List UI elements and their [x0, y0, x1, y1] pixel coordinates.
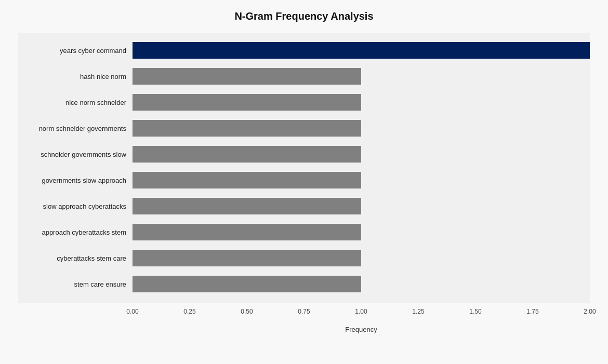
- bar-track: [133, 198, 590, 214]
- x-axis-labels: 0.000.250.500.751.001.251.501.752.00: [133, 306, 590, 321]
- chart-title: N-Gram Frequency Analysis: [18, 10, 590, 22]
- x-tick-label: 0.75: [298, 308, 310, 315]
- x-tick-label: 0.50: [241, 308, 253, 315]
- bar-label: governments slow approach: [18, 177, 133, 184]
- bar-fill: [133, 250, 361, 266]
- bar-track: [133, 120, 590, 137]
- bar-fill: [133, 94, 361, 111]
- bar-row: years cyber command: [18, 38, 590, 63]
- x-axis-title: Frequency: [18, 326, 590, 333]
- bar-track: [133, 250, 590, 266]
- chart-area: years cyber commandhash nice normnice no…: [18, 33, 590, 303]
- bar-label: slow approach cyberattacks: [18, 203, 133, 210]
- bar-row: stem care ensure: [18, 272, 590, 296]
- bar-row: nice norm schneider: [18, 90, 590, 115]
- x-tick-label: 0.25: [183, 308, 195, 315]
- bar-row: approach cyberattacks stem: [18, 220, 590, 245]
- x-tick-label: 1.50: [469, 308, 481, 315]
- bar-fill: [133, 198, 361, 214]
- bar-row: governments slow approach: [18, 168, 590, 193]
- bar-row: hash nice norm: [18, 64, 590, 89]
- bar-label: hash nice norm: [18, 73, 133, 80]
- x-tick-label: 0.00: [126, 308, 138, 315]
- bar-label: norm schneider governments: [18, 125, 133, 132]
- x-tick-label: 2.00: [584, 308, 596, 315]
- bar-track: [133, 94, 590, 111]
- bar-label: schneider governments slow: [18, 151, 133, 158]
- bar-fill: [133, 276, 361, 292]
- x-tick-label: 1.75: [526, 308, 538, 315]
- x-tick-label: 1.00: [355, 308, 367, 315]
- bar-fill: [133, 68, 361, 85]
- bar-fill: [133, 224, 361, 240]
- bar-track: [133, 224, 590, 240]
- bar-track: [133, 276, 590, 292]
- bar-row: schneider governments slow: [18, 142, 590, 167]
- chart-container: N-Gram Frequency Analysis years cyber co…: [8, 0, 600, 364]
- bar-track: [133, 68, 590, 85]
- x-tick-label: 1.25: [412, 308, 424, 315]
- bar-label: cyberattacks stem care: [18, 254, 133, 262]
- bar-track: [133, 146, 590, 163]
- bar-label: stem care ensure: [18, 280, 133, 288]
- bar-track: [133, 42, 590, 59]
- bar-label: approach cyberattacks stem: [18, 228, 133, 236]
- bar-fill: [133, 146, 361, 163]
- bar-label: nice norm schneider: [18, 99, 133, 106]
- bar-row: slow approach cyberattacks: [18, 194, 590, 219]
- bar-row: cyberattacks stem care: [18, 246, 590, 271]
- bar-fill: [133, 172, 361, 188]
- x-axis-area: 0.000.250.500.751.001.251.501.752.00: [18, 306, 590, 321]
- bar-label: years cyber command: [18, 47, 133, 55]
- bar-track: [133, 172, 590, 188]
- bar-fill: [133, 120, 361, 137]
- bar-row: norm schneider governments: [18, 116, 590, 141]
- bar-fill: [133, 42, 590, 59]
